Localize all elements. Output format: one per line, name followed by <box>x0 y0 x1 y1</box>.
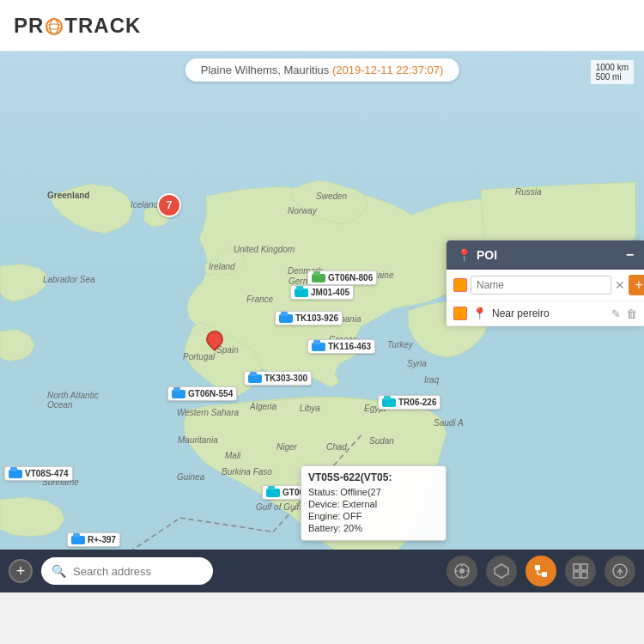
vehicle-label: GT06N-554 <box>188 389 233 398</box>
popup-engine: Engine: OFF <box>308 511 439 521</box>
vehicle-R-397[interactable]: R+-397 <box>67 532 120 547</box>
cluster-marker[interactable]: 7 <box>157 193 181 217</box>
location-icon <box>453 562 471 580</box>
vehicle-label: R+-397 <box>88 535 116 544</box>
zoom-button[interactable]: + <box>9 559 33 583</box>
vehicle-TR06-226[interactable]: TR06-226 <box>378 395 440 410</box>
logo-icon <box>45 17 64 36</box>
poi-location-icon: 📍 <box>457 248 471 262</box>
svg-line-4 <box>180 518 273 532</box>
svg-point-1 <box>50 19 58 34</box>
vehicle-icon <box>382 398 396 407</box>
vehicle-TK116-463[interactable]: TK116-463 <box>307 339 375 354</box>
vehicle-GT06N-806[interactable]: GT06N-806 <box>307 270 377 285</box>
poi-header: 📍 POI − <box>447 240 644 270</box>
cluster-count: 7 <box>167 199 173 211</box>
poi-add-button[interactable]: + <box>629 275 644 295</box>
vehicle-label: TR06-226 <box>398 398 436 407</box>
vehicle-label: VT08S-474 <box>25 469 69 478</box>
poi-minimize-button[interactable]: − <box>626 247 634 263</box>
search-address-input[interactable] <box>73 565 203 578</box>
vehicle-icon <box>71 536 85 544</box>
svg-rect-20 <box>574 572 580 578</box>
location-datetime: (2019-12-11 22:37:07) <box>332 64 443 76</box>
logo: PR TRACK <box>14 14 141 38</box>
svg-rect-19 <box>581 564 587 570</box>
popup-device: Device: External <box>308 499 439 509</box>
geofence-icon <box>493 562 510 580</box>
vehicle-label: TK103-926 <box>295 313 338 323</box>
svg-point-0 <box>46 19 62 34</box>
vehicle-icon <box>279 314 293 323</box>
poi-item-row: 📍 Near pereiro ✎ 🗑 <box>447 301 644 326</box>
vehicle-icon <box>9 470 22 478</box>
poi-search-clear-button[interactable]: ✕ <box>615 278 625 292</box>
vehicle-icon <box>266 489 280 497</box>
vehicle-icon <box>312 274 325 283</box>
poi-icon-button[interactable] <box>447 556 477 586</box>
svg-rect-13 <box>535 565 540 570</box>
vehicle-icon <box>172 390 185 398</box>
grid-icon <box>572 562 589 580</box>
location-bar: Plaine Wilhems, Mauritius (2019-12-11 22… <box>185 58 459 82</box>
popup-title: VT05S-622(VT05: <box>308 471 439 483</box>
location-place: Plaine Wilhems, Mauritius <box>201 64 330 76</box>
popup-battery: Battery: 20% <box>308 523 439 533</box>
route-icon-button[interactable] <box>526 556 556 586</box>
poi-item-name: Near pereiro <box>492 307 606 319</box>
upload-icon-button[interactable] <box>605 556 635 586</box>
vehicle-label: JM01-405 <box>311 288 349 297</box>
poi-item-checkbox[interactable] <box>453 307 467 320</box>
svg-point-2 <box>46 24 62 29</box>
poi-search-row: ✕ + <box>447 270 644 301</box>
popup-status: Status: Offline(27 <box>308 487 439 497</box>
bottom-bar: + 🔍 <box>0 550 644 592</box>
scale-mi: 500 mi <box>596 72 629 82</box>
vehicle-icon <box>312 343 325 351</box>
svg-point-7 <box>459 568 465 574</box>
svg-rect-18 <box>574 564 580 570</box>
logo-post: TRACK <box>64 14 141 38</box>
poi-delete-button[interactable]: 🗑 <box>626 307 637 320</box>
poi-search-checkbox[interactable] <box>453 278 467 292</box>
search-icon: 🔍 <box>52 564 66 578</box>
poi-item-icon: 📍 <box>472 307 487 320</box>
vehicle-popup: VT05S-622(VT05: Status: Offline(27 Devic… <box>301 465 447 541</box>
vehicle-JM01-405[interactable]: JM01-405 <box>290 285 354 300</box>
scale-km: 1000 km <box>596 63 629 72</box>
vehicle-label: TK303-300 <box>264 374 307 383</box>
poi-edit-button[interactable]: ✎ <box>611 307 621 320</box>
route-icon <box>532 562 550 580</box>
poi-title: POI <box>477 248 497 262</box>
vehicle-TK303-300[interactable]: TK303-300 <box>244 371 312 386</box>
vehicle-VT08S-474[interactable]: VT08S-474 <box>4 466 73 481</box>
geofence-icon-button[interactable] <box>486 556 517 586</box>
vehicle-label: TK116-463 <box>328 342 371 351</box>
svg-rect-21 <box>581 572 587 578</box>
vehicle-label: GT06N-806 <box>328 273 373 283</box>
grid-icon-button[interactable] <box>565 556 596 586</box>
poi-panel: 📍 POI − ✕ + 📍 Near pereiro ✎ 🗑 <box>447 240 644 326</box>
pin-head <box>203 327 227 351</box>
poi-header-left: 📍 POI <box>457 248 497 262</box>
vehicle-icon <box>295 289 308 297</box>
vehicle-GT06N-554[interactable]: GT06N-554 <box>167 386 237 401</box>
svg-marker-12 <box>495 564 508 578</box>
poi-search-input[interactable] <box>471 276 611 295</box>
map-pin[interactable] <box>206 331 223 348</box>
map-container[interactable]: Greenland Iceland Norway Sweden Russia U… <box>0 52 644 592</box>
search-box: 🔍 <box>41 557 213 585</box>
vehicle-TK103-926[interactable]: TK103-926 <box>275 311 343 325</box>
scale-bar: 1000 km 500 mi <box>591 60 634 84</box>
upload-icon <box>611 562 629 580</box>
logo-pre: PR <box>14 14 44 38</box>
vehicle-icon <box>248 374 262 383</box>
app-header: PR TRACK <box>0 0 644 52</box>
